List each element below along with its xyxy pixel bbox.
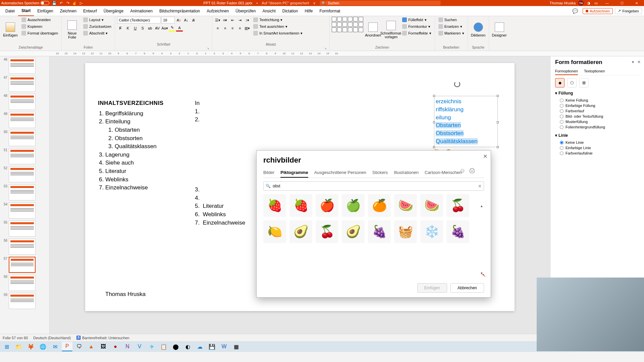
cancel-button[interactable]: Abbrechen <box>450 283 484 293</box>
tab-dictation[interactable]: Dictation <box>279 6 302 16</box>
new-slide-button[interactable]: Neue Folie <box>64 17 80 43</box>
dictate-button[interactable]: Diktieren <box>470 17 487 43</box>
thumbnail-57[interactable]: 57 <box>1 257 48 273</box>
thumbnail-56[interactable]: 56 <box>1 239 48 255</box>
tab-entwurf[interactable]: Entwurf <box>80 6 100 16</box>
tab-einfuegen[interactable]: Einfügen <box>34 6 56 16</box>
bold-button[interactable]: F <box>117 25 124 32</box>
line-spacing-button[interactable]: ↕▾ <box>244 17 251 23</box>
font-name-select[interactable] <box>117 17 161 23</box>
language-indicator[interactable]: Deutsch (Deutschland) <box>33 336 71 340</box>
thumbnail-54[interactable]: 54 <box>1 202 48 219</box>
tab-uebergaenge[interactable]: Übergänge <box>100 6 127 16</box>
word-icon[interactable]: W <box>219 342 229 351</box>
font-launcher[interactable]: ↘ <box>117 47 210 50</box>
fill-option-2[interactable]: Farbverlauf <box>555 108 639 114</box>
app-icon-4[interactable]: 📋 <box>158 342 169 351</box>
dialog-tab-piktogramme[interactable]: Piktogramme <box>280 170 308 178</box>
save-icon[interactable]: 💾 <box>52 1 57 5</box>
align-text-button[interactable]: Text ausrichten▾ <box>252 23 304 29</box>
app-icon-5[interactable]: ◐ <box>182 342 193 351</box>
paste-button[interactable]: Einfügen <box>2 17 19 43</box>
pictogram-item[interactable]: 🧺 <box>394 220 417 243</box>
decrease-indent-button[interactable]: ⇤ <box>229 17 236 23</box>
formoptionen-tab[interactable]: Formoptionen <box>555 69 578 75</box>
tab-bildschirmpraesentation[interactable]: Bildschirmpräsentation <box>156 6 203 16</box>
search-box[interactable]: 🔍 Suchen <box>320 1 440 5</box>
dialog-tab-stickers[interactable]: Stickers <box>372 170 388 178</box>
shrink-font-button[interactable]: A↓ <box>183 17 190 23</box>
shape-effects-button[interactable]: Formeffekte▾ <box>401 30 433 36</box>
powerpoint-icon[interactable]: P <box>62 342 72 351</box>
thumbnail-50[interactable]: 50 <box>1 130 48 146</box>
thumbnail-58[interactable]: 58 <box>1 275 48 291</box>
effects-tab-icon[interactable]: ⬠ <box>567 78 577 87</box>
pictogram-item[interactable]: 🍉 <box>420 194 443 217</box>
maximize-button[interactable]: ☐ <box>616 0 628 6</box>
font-color-button[interactable]: A <box>176 25 183 32</box>
app-icon-8[interactable]: ▦ <box>231 342 241 351</box>
bullets-button[interactable]: ☰▾ <box>214 17 221 23</box>
fill-option-1[interactable]: Einfarbige Füllung <box>555 103 639 108</box>
shape-fill-button[interactable]: Fülleffekt▾ <box>401 17 433 23</box>
dialog-search[interactable]: 🔍 ✕ <box>263 181 484 191</box>
pane-collapse-button[interactable]: ▾ <box>632 60 634 64</box>
user-name[interactable]: Thomas Hruska <box>549 1 576 5</box>
touch-mode-icon[interactable]: ☝ <box>72 1 77 5</box>
tab-formformat[interactable]: Formformat <box>316 6 343 16</box>
firefox-icon[interactable]: 🦊 <box>25 342 36 351</box>
fill-option-0[interactable]: Keine Füllung <box>555 98 639 103</box>
slide-thumbnails[interactable]: 46 47 48 49 50 51 52 53 54 55 56 57 58 5… <box>0 56 50 334</box>
pictogram-item[interactable]: 🍉 <box>394 194 417 217</box>
reset-button[interactable]: Zurücksetzen <box>82 23 113 29</box>
tab-ansicht[interactable]: Ansicht <box>259 6 279 16</box>
thumbnail-47[interactable]: 47 <box>1 76 48 92</box>
case-button[interactable]: Aa▾ <box>161 25 168 32</box>
tab-aufzeichnen[interactable]: Aufzeichnen <box>203 6 232 16</box>
tab-ueberpruefen[interactable]: Überprüfen <box>232 6 259 16</box>
slide-counter[interactable]: Folie 57 von 60 <box>3 336 28 340</box>
fill-option-4[interactable]: Musterfüllung <box>555 119 639 124</box>
columns-button[interactable]: ▥▾ <box>244 25 251 32</box>
align-left-button[interactable]: ≡ <box>214 25 221 32</box>
line-option-2[interactable]: Farbverlaufslinie <box>555 150 639 156</box>
thumbnail-55[interactable]: 55 <box>1 221 48 237</box>
pictogram-item[interactable]: 🍋 <box>263 220 286 243</box>
dialog-close-button[interactable]: ✕ <box>483 153 487 160</box>
size-tab-icon[interactable]: ⊞ <box>579 78 589 87</box>
justify-button[interactable]: ≡ <box>236 25 243 32</box>
vscode-icon[interactable]: V <box>134 342 145 351</box>
app-icon[interactable]: 🗨 <box>74 342 85 351</box>
outlook-icon[interactable]: ✉ <box>50 342 60 351</box>
pictogram-item[interactable]: 🍎 <box>316 194 338 217</box>
arrange-button[interactable]: Anordnen <box>365 17 381 43</box>
pictogram-item[interactable]: 🍓 <box>263 194 286 217</box>
pictogram-item[interactable]: 🍒 <box>316 220 338 243</box>
grow-font-button[interactable]: A↑ <box>175 17 182 23</box>
dialog-tab-bilder[interactable]: Bilder <box>263 170 274 178</box>
telegram-icon[interactable]: ✈ <box>146 342 157 351</box>
align-center-button[interactable]: ≡ <box>222 25 228 32</box>
shape-outline-button[interactable]: Formkontur▾ <box>401 23 433 29</box>
increase-indent-button[interactable]: ⇥ <box>236 17 243 23</box>
thumbnail-48[interactable]: 48 <box>1 94 48 110</box>
designer-button[interactable]: Designer <box>491 17 508 43</box>
pictogram-item[interactable]: 🥑 <box>289 220 312 243</box>
record-button[interactable]: Aufzeichnen <box>583 8 613 14</box>
pictogram-item[interactable]: ❄️ <box>420 220 443 243</box>
chrome-icon[interactable]: 🌐 <box>38 342 48 351</box>
strike-button[interactable]: S <box>139 25 146 32</box>
redo-icon[interactable]: ↷ <box>65 1 70 5</box>
textoptionen-tab[interactable]: Textoptionen <box>584 69 605 75</box>
pictogram-item[interactable]: 🥑 <box>342 220 365 243</box>
pictogram-item[interactable]: 🍓 <box>289 194 312 217</box>
pictogram-item[interactable]: 🍏 <box>342 194 365 217</box>
select-button[interactable]: Markieren▾ <box>437 30 466 36</box>
tab-start[interactable]: Start <box>18 6 34 16</box>
copy-button[interactable]: Kopieren <box>20 23 59 29</box>
comments-icon[interactable]: 💬 <box>570 8 581 14</box>
file-explorer-icon[interactable]: 📁 <box>13 342 24 351</box>
line-option-0[interactable]: Keine Linie <box>555 140 639 145</box>
fill-option-5[interactable]: Folienhintergrundfüllung <box>555 124 639 130</box>
line-section-header[interactable]: ▾Linie <box>555 133 639 138</box>
